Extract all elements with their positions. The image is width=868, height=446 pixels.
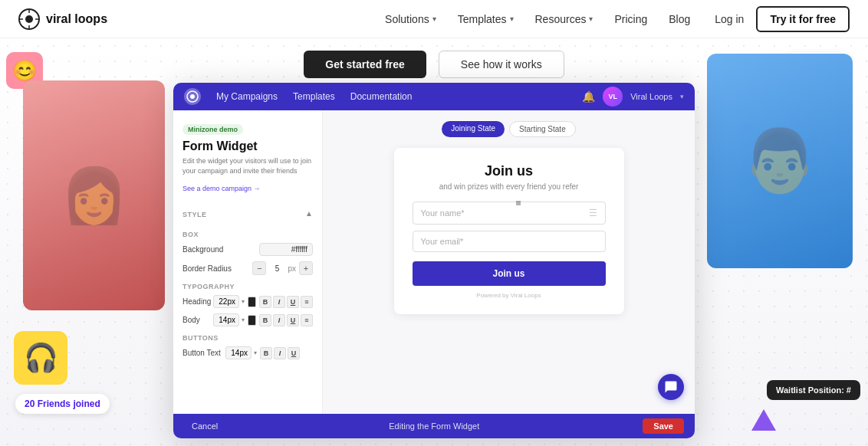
chat-bubble-button[interactable] (658, 374, 684, 400)
body-italic-button[interactable]: I (273, 314, 285, 326)
user-menu-chevron[interactable]: ▾ (680, 93, 684, 100)
heading-size-chevron[interactable]: ▾ (242, 298, 245, 305)
button-italic-button[interactable]: I (274, 347, 286, 359)
right-panel: Joining State Starting State Join us and… (323, 110, 695, 414)
person-left-placeholder: 👩 (23, 80, 165, 310)
body-label: Body (182, 316, 210, 324)
border-radius-value: 5 (269, 264, 284, 273)
style-section-label: Style (182, 211, 207, 218)
nav-link-resources[interactable]: Resources ▾ (535, 13, 593, 25)
app-topbar-right: 🔔 VL Viral Loops ▾ (582, 87, 684, 107)
border-radius-decrease[interactable]: − (252, 261, 266, 275)
body-underline-button[interactable]: U (287, 314, 299, 326)
body-size-input[interactable] (213, 313, 239, 326)
nav-links: Solutions ▾ Templates ▾ Resources ▾ Pric… (385, 13, 690, 25)
person-left-image: 👩 (23, 80, 165, 310)
app-nav-documentation[interactable]: Documentation (350, 91, 413, 102)
body-color-picker[interactable] (248, 315, 256, 326)
body-size-chevron[interactable]: ▾ (242, 316, 245, 323)
heading-format-buttons: B I U ≡ (259, 296, 313, 308)
app-logo-icon (186, 90, 199, 103)
button-text-size-input[interactable] (225, 346, 252, 359)
nav-item-solutions[interactable]: Solutions ▾ (385, 13, 436, 25)
triangle-decoration (751, 409, 776, 431)
heading-label: Heading (182, 297, 210, 306)
cancel-button[interactable]: Cancel (184, 421, 225, 431)
heading-size-input[interactable] (213, 295, 239, 308)
nav-item-resources[interactable]: Resources ▾ (535, 13, 593, 25)
panel-title: Form Widget (182, 139, 313, 153)
fw-name-input[interactable]: Your name* ☰ (413, 202, 606, 225)
nav-link-solutions[interactable]: Solutions ▾ (385, 13, 436, 25)
person-right-placeholder: 👨 (741, 125, 818, 197)
background-label: Background (182, 245, 223, 254)
background-input[interactable]: #ffffff (259, 243, 313, 256)
app-mockup: My Campaigns Templates Documentation 🔔 V… (173, 83, 695, 438)
panel-subtitle: Edit the widget your visitors will use t… (182, 156, 313, 175)
heading-align-button[interactable]: ≡ (301, 296, 313, 308)
collapse-arrow-icon[interactable]: ▲ (305, 209, 313, 218)
app-nav-templates[interactable]: Templates (293, 91, 335, 102)
nav-item-pricing[interactable]: Pricing (614, 13, 647, 25)
chat-icon (664, 380, 678, 394)
heading-size-control: ▾ (213, 295, 245, 308)
body-bold-button[interactable]: B (259, 314, 271, 326)
button-text-size-chevron[interactable]: ▾ (254, 349, 257, 356)
buttons-section-label: BUTTONS (182, 334, 313, 342)
app-bottombar: Cancel Editing the Form Widget Save (173, 414, 695, 438)
tab-joining-state[interactable]: Joining State (442, 121, 505, 137)
heading-color-picker[interactable] (248, 297, 256, 307)
logo-text: viral loops (46, 12, 107, 26)
fw-email-input[interactable]: Your email* (413, 231, 606, 252)
hero-area: Get started free See how it works 😊 👩 🎧 … (0, 38, 868, 446)
person-icon: ☰ (589, 208, 597, 218)
heading-typo-row: Heading ▾ B I U ≡ (182, 295, 313, 308)
nav-item-templates[interactable]: Templates ▾ (458, 13, 514, 25)
get-started-button[interactable]: Get started free (304, 51, 426, 78)
left-panel: Minizone demo Form Widget Edit the widge… (173, 110, 323, 414)
fw-join-button[interactable]: Join us (413, 261, 606, 286)
see-how-button[interactable]: See how it works (439, 51, 564, 78)
body-size-control: ▾ (213, 313, 245, 326)
svg-point-7 (190, 94, 195, 99)
body-format-buttons: B I U ≡ (259, 314, 313, 326)
heading-underline-button[interactable]: U (287, 296, 299, 308)
logo-icon (18, 8, 40, 30)
app-nav-campaigns[interactable]: My Campaigns (216, 91, 278, 102)
button-text-typo-row: Button Text ▾ B I U (182, 346, 313, 359)
friends-badge: 20 Friends joined (15, 394, 110, 414)
friends-count: 20 (25, 398, 35, 409)
heading-italic-button[interactable]: I (273, 296, 285, 308)
svg-point-1 (25, 15, 33, 23)
tab-starting-state[interactable]: Starting State (509, 121, 576, 137)
see-demo-link[interactable]: See a demo campaign → (182, 185, 313, 192)
chevron-icon: ▾ (432, 15, 436, 23)
chevron-icon: ▾ (510, 15, 514, 23)
button-bold-button[interactable]: B (260, 347, 272, 359)
typography-section-label: TYPOGRAPHY (182, 283, 313, 290)
nav-logo[interactable]: viral loops (18, 8, 107, 30)
app-logo (184, 88, 201, 105)
nav-link-templates[interactable]: Templates ▾ (458, 13, 514, 25)
save-button[interactable]: Save (643, 418, 684, 434)
login-link[interactable]: Log in (715, 13, 744, 25)
app-topbar: My Campaigns Templates Documentation 🔔 V… (173, 83, 695, 110)
background-field-row: Background #ffffff (182, 243, 313, 256)
fw-powered-by: Powered by Viral Loops (413, 292, 606, 299)
bell-icon[interactable]: 🔔 (582, 90, 595, 103)
body-align-button[interactable]: ≡ (301, 314, 313, 326)
border-radius-increase[interactable]: + (299, 261, 313, 275)
fw-subtitle: and win prizes with every friend you ref… (413, 182, 606, 191)
body-typo-row: Body ▾ B I U ≡ (182, 313, 313, 326)
cta-button[interactable]: Try it for free (756, 6, 850, 32)
nav-item-blog[interactable]: Blog (669, 13, 690, 25)
style-section-header: Style ▲ (182, 203, 313, 223)
border-radius-unit: px (288, 264, 296, 273)
button-underline-button[interactable]: U (288, 347, 300, 359)
heading-bold-button[interactable]: B (259, 296, 271, 308)
nav-link-blog[interactable]: Blog (669, 13, 690, 25)
cursor-indicator (516, 201, 521, 205)
fw-title: Join us (413, 163, 606, 179)
nav-link-pricing[interactable]: Pricing (614, 13, 647, 25)
waitlist-badge: Waitlist Position: # (767, 380, 860, 400)
